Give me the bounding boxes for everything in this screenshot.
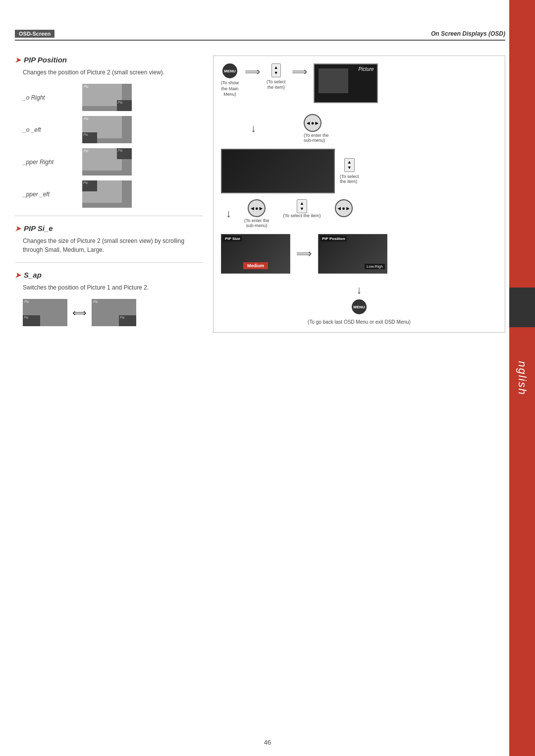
pic-small-ul: Pic xyxy=(82,180,97,191)
page-number: 46 xyxy=(264,739,271,746)
enter-submenu-caption: (To enter thesub-menu) xyxy=(304,133,329,143)
nav-circle-3: ◄●► xyxy=(335,199,353,217)
pic-main-label-lr: Pic xyxy=(84,85,89,88)
page-content: OSD-Screen On Screen Displays (OSD) ➤ PI… xyxy=(15,30,505,726)
nav-circle-group-left: ◄●► (To enter thesub-menu) xyxy=(244,199,269,228)
pic-main-ur: Pic xyxy=(82,148,122,171)
menu-button: MENU xyxy=(222,63,237,78)
swap-pic1-after-label: Pic xyxy=(93,300,98,303)
osd-row-2: ▲ ▼ (To selectthe item) xyxy=(221,149,497,193)
header-osd-label: OSD-Screen xyxy=(15,30,54,38)
header-bar: OSD-Screen On Screen Displays (OSD) xyxy=(15,30,505,41)
menu-caption: (To showthe MainMenu) xyxy=(221,80,239,98)
position-label-ul: _pper _eft xyxy=(23,191,77,198)
pip-size-desc: Changes the size of Picture 2 (small scr… xyxy=(23,236,203,254)
caption-updown: ▲ ▼ (To selectthe item) xyxy=(267,63,286,91)
caption-menu: MENU (To showthe MainMenu) xyxy=(221,63,239,98)
enter-submenu-2: (To enter thesub-menu) xyxy=(244,218,269,228)
pip-position-desc: Changes the position of Picture 2 (small… xyxy=(23,68,203,77)
screen-picture xyxy=(319,68,348,93)
swap-pic2-after-label: Pic xyxy=(120,316,125,319)
swap-title: ➤ S_ap xyxy=(15,271,203,279)
osd-row-arrow-2: ↓ ◄●► (To enter thesub-menu) ▲ ▼ (To sel… xyxy=(221,199,497,228)
pic-main-lr: Pic xyxy=(82,84,122,106)
pic-small-label-ll: Pic xyxy=(83,133,88,136)
pic-small-ur: Pic xyxy=(117,148,132,159)
diagram-lower-left: Pic Pic xyxy=(82,116,132,143)
diagram-upper-right: Pic Pic xyxy=(82,148,132,175)
pip-pos-screen: PIP Position Low.Righ xyxy=(318,234,387,274)
main-content: ➤ PIP Position Changes the position of P… xyxy=(15,56,505,333)
osd-bottom-row: PIP Size Medium ⟹ PIP Position Low.Righ xyxy=(221,234,497,274)
swap-diagram: Pic Pic ⟺ Pic Pic xyxy=(23,299,203,326)
go-back-caption: (To go back last OSD Menu or exit OSD Me… xyxy=(308,319,411,325)
section-arrow-icon: ➤ xyxy=(15,56,21,64)
nav-circle-1: ◄●► xyxy=(304,114,321,132)
position-label-lr: _o Right xyxy=(23,94,77,101)
swap-pic2-before-label: Pic xyxy=(24,316,29,319)
pic-small-label-ur: Pic xyxy=(118,149,123,152)
pip-size-section: ➤ PIP Si_e Changes the size of Picture 2… xyxy=(15,224,203,254)
dark-notch xyxy=(509,288,535,327)
screen-bg-2 xyxy=(222,150,334,192)
divider-2 xyxy=(15,262,203,263)
pip-pos-overlay-label: PIP Position xyxy=(321,236,347,241)
picture-label: Picture xyxy=(358,66,374,72)
select-caption-2: (To selectthe item) xyxy=(340,174,359,184)
osd-row-1: MENU (To showthe MainMenu) ⟹ ▲ ▼ (To sel… xyxy=(221,63,497,103)
pip-lowright-label: Low.Righ xyxy=(365,264,385,269)
select-item-caption: (To select the item) xyxy=(283,213,321,218)
position-item-ul: _pper _eft Pic Pic xyxy=(23,180,203,208)
swap-pic1-label: Pic xyxy=(24,300,29,303)
red-sidebar: nglish xyxy=(509,0,535,756)
arrow-right-1: ⟹ xyxy=(245,65,261,78)
select-item-group: ▲ ▼ (To select the item) xyxy=(283,199,321,218)
osd-row-arrow-1: ↓ ◄●► (To enter thesub-menu) xyxy=(251,114,497,143)
swap-pic2-before: Pic xyxy=(23,315,40,326)
section-arrow-icon-3: ➤ xyxy=(15,271,21,279)
position-item-ll: _o _eft Pic Pic xyxy=(23,116,203,143)
pic-main-label-ll: Pic xyxy=(84,117,89,120)
arrow-down-2: ↓ xyxy=(226,207,231,220)
pip-size-title: ➤ PIP Si_e xyxy=(15,224,203,233)
osd-diagram: MENU (To showthe MainMenu) ⟹ ▲ ▼ (To sel… xyxy=(221,63,497,325)
menu-button-back: MENU xyxy=(352,299,367,314)
pic-small-lr: Pic xyxy=(117,100,132,111)
nav-group-2: ▲ ▼ (To selectthe item) xyxy=(340,158,359,184)
nav-circle-2: ◄●► xyxy=(248,199,266,217)
swap-desc: Switches the position of Picture 1 and P… xyxy=(23,283,203,292)
diagram-upper-left: Pic Pic xyxy=(82,180,132,208)
updown-button-3: ▲ ▼ xyxy=(297,199,307,213)
left-column: ➤ PIP Position Changes the position of P… xyxy=(15,56,203,333)
enter-submenu-group: ◄●► (To enter thesub-menu) xyxy=(304,114,329,143)
updown-button-2: ▲ ▼ xyxy=(344,158,355,172)
pip-medium-label: Medium xyxy=(243,262,268,269)
monitor-screen-2 xyxy=(221,149,335,193)
position-label-ll: _o _eft xyxy=(23,126,77,133)
osd-final-row: ↓ MENU (To go back last OSD Menu or exit… xyxy=(221,284,497,325)
arrow-down-3: ↓ xyxy=(357,284,362,296)
swap-section: ➤ S_ap Switches the position of Picture … xyxy=(15,271,203,326)
position-item-ur: _pper Right Pic Pic xyxy=(23,148,203,175)
header-title: On Screen Displays (OSD) xyxy=(431,30,505,37)
position-item-lr: _o Right Pic Pic xyxy=(23,84,203,111)
pic-small-label-ul: Pic xyxy=(83,181,88,184)
swap-pic2-after: Pic xyxy=(119,315,136,326)
updown-caption: (To selectthe item) xyxy=(267,79,286,91)
pip-position-title: ➤ PIP Position xyxy=(15,56,203,64)
sidebar-language-label: nglish xyxy=(516,361,529,395)
pic-main-label-ur: Pic xyxy=(84,149,89,153)
diagram-lower-right: Pic Pic xyxy=(82,84,132,111)
pic-small-ll: Pic xyxy=(82,132,97,143)
arrow-right-3: ⟹ xyxy=(296,247,312,260)
pic-small-label-lr: Pic xyxy=(118,101,123,104)
swap-box-after: Pic Pic xyxy=(92,299,136,326)
nav-row-2: ◄●► (To enter thesub-menu) ▲ ▼ (To selec… xyxy=(244,199,353,228)
position-label-ur: _pper Right xyxy=(23,159,77,166)
pip-position-section: ➤ PIP Position Changes the position of P… xyxy=(15,56,203,208)
nav-circle-group-right: ◄●► xyxy=(335,199,353,217)
section-arrow-icon-2: ➤ xyxy=(15,225,21,233)
arrow-right-2: ⟹ xyxy=(292,65,308,78)
right-column: MENU (To showthe MainMenu) ⟹ ▲ ▼ (To sel… xyxy=(213,56,505,333)
pip-size-screen: PIP Size Medium xyxy=(221,234,290,274)
